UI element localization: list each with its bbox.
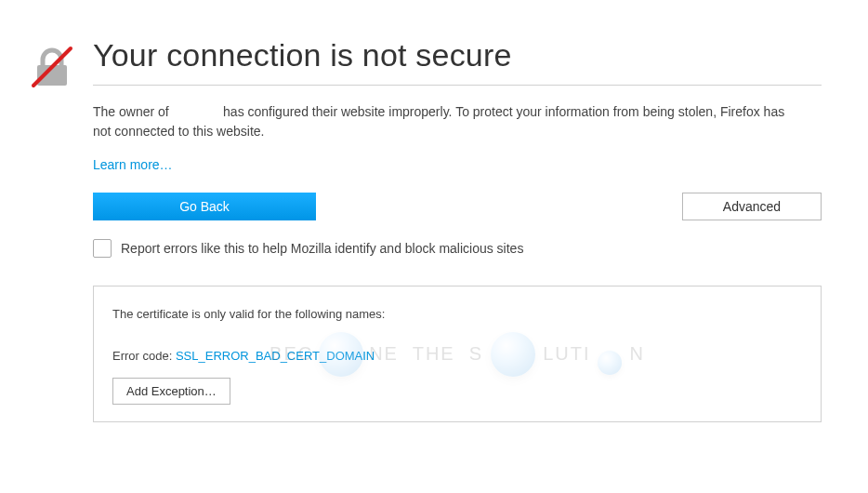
learn-more-link[interactable]: Learn more… [93,157,173,172]
desc-prefix: The owner of [93,104,173,119]
page-title: Your connection is not secure [93,37,822,86]
error-code-row: Error code: SSL_ERROR_BAD_CERT_DOMAIN [112,349,802,363]
desc-domain-placeholder [173,104,220,119]
description-text: The owner of has configured their websit… [93,102,799,141]
advanced-button[interactable]: Advanced [682,193,822,220]
error-code-label: Error code: [112,349,176,363]
error-code-link[interactable]: SSL_ERROR_BAD_CERT_DOMAIN [176,349,375,363]
error-page-container: Your connection is not secure The owner … [0,0,868,422]
report-row: Report errors like this to help Mozilla … [93,239,822,258]
icon-column [28,37,93,422]
report-label: Report errors like this to help Mozilla … [121,241,523,256]
cert-valid-names-text: The certificate is only valid for the fo… [112,307,802,321]
button-row: Go Back Advanced [93,193,822,220]
add-exception-button[interactable]: Add Exception… [112,378,230,405]
content-column: Your connection is not secure The owner … [93,37,840,422]
report-checkbox[interactable] [93,239,112,258]
go-back-button[interactable]: Go Back [93,193,316,220]
certificate-panel: BEC NE THE S LUTI N The certificate is o… [93,286,822,422]
insecure-lock-icon [28,43,76,91]
